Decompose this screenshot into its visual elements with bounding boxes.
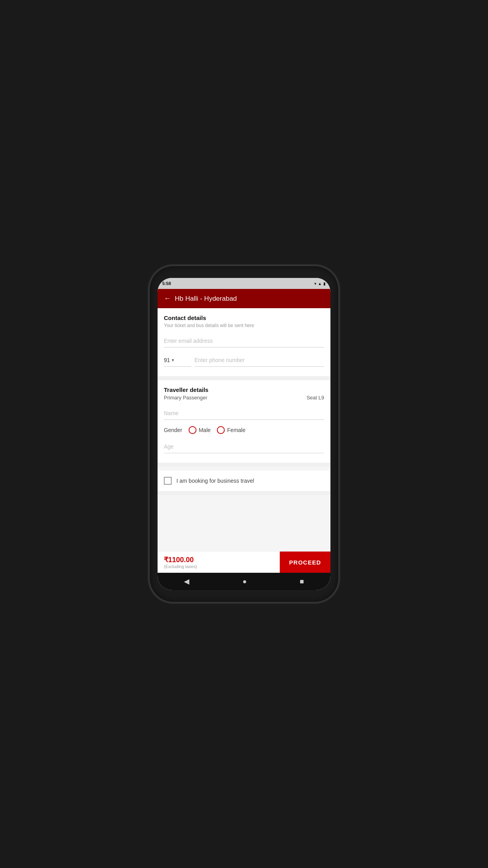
contact-section-title: Contact details	[164, 314, 324, 321]
business-travel-row: I am booking for business travel	[164, 477, 324, 485]
age-input[interactable]	[164, 440, 324, 453]
male-radio-circle[interactable]	[189, 426, 196, 434]
male-radio[interactable]: Male	[189, 426, 211, 434]
passenger-label: Primary Passenger	[164, 395, 207, 401]
nav-recent-button[interactable]: ■	[300, 577, 304, 586]
gender-row: Gender Male Female	[164, 426, 324, 434]
phone-frame: 5:58 ▾ ▲ ▮ ← Hb Halli - Hyderabad Contac…	[150, 266, 338, 602]
bottom-bar: ₹1100.00 (Excluding taxes) PROCEED	[158, 551, 330, 573]
status-icons: ▾ ▲ ▮	[314, 281, 326, 286]
scroll-content: Contact details Your ticket and bus deta…	[158, 308, 330, 551]
traveller-section-title: Traveller details	[164, 386, 324, 393]
price-section: ₹1100.00 (Excluding taxes)	[158, 552, 280, 573]
business-travel-checkbox[interactable]	[164, 477, 172, 485]
seat-info: Seat L9	[306, 395, 324, 401]
female-radio[interactable]: Female	[217, 426, 246, 434]
section-divider-1	[158, 376, 330, 380]
nav-bar: ◀ ● ■	[158, 573, 330, 590]
email-input[interactable]	[164, 335, 324, 348]
status-time: 5:58	[162, 281, 171, 286]
section-divider-2	[158, 463, 330, 467]
contact-details-section: Contact details Your ticket and bus deta…	[158, 308, 330, 376]
gender-label: Gender	[164, 427, 182, 433]
passenger-info-row: Primary Passenger Seat L9	[164, 395, 324, 401]
phone-screen: 5:58 ▾ ▲ ▮ ← Hb Halli - Hyderabad Contac…	[158, 278, 330, 590]
signal-icon: ▲	[318, 281, 322, 286]
female-label: Female	[227, 427, 246, 433]
country-code-value: 91	[164, 357, 170, 363]
business-travel-section: I am booking for business travel	[158, 471, 330, 491]
wifi-icon: ▾	[314, 281, 316, 286]
traveller-details-section: Traveller details Primary Passenger Seat…	[158, 380, 330, 463]
header-title: Hb Halli - Hyderabad	[175, 295, 237, 303]
phone-input[interactable]	[194, 354, 324, 367]
seat-label: Seat	[306, 395, 317, 401]
country-code-dropdown[interactable]: 91 ▾	[164, 354, 191, 367]
nav-home-button[interactable]: ●	[242, 577, 247, 586]
name-input[interactable]	[164, 407, 324, 420]
proceed-button[interactable]: PROCEED	[280, 552, 330, 573]
male-label: Male	[199, 427, 211, 433]
price-amount: ₹1100.00	[164, 555, 273, 564]
female-radio-circle[interactable]	[217, 426, 225, 434]
contact-section-subtitle: Your ticket and bus details will be sent…	[164, 323, 324, 328]
dropdown-arrow-icon: ▾	[172, 357, 174, 363]
price-note: (Excluding taxes)	[164, 564, 273, 569]
price-value: 1100.00	[168, 556, 194, 564]
currency-symbol: ₹	[164, 556, 168, 564]
phone-row: 91 ▾	[164, 354, 324, 367]
app-header: ← Hb Halli - Hyderabad	[158, 289, 330, 308]
business-travel-label: I am booking for business travel	[176, 478, 254, 484]
battery-icon: ▮	[323, 281, 326, 286]
status-bar: 5:58 ▾ ▲ ▮	[158, 278, 330, 289]
section-divider-3	[158, 491, 330, 495]
back-button[interactable]: ←	[164, 294, 171, 303]
nav-back-button[interactable]: ◀	[184, 577, 189, 586]
seat-number: L9	[319, 395, 324, 401]
